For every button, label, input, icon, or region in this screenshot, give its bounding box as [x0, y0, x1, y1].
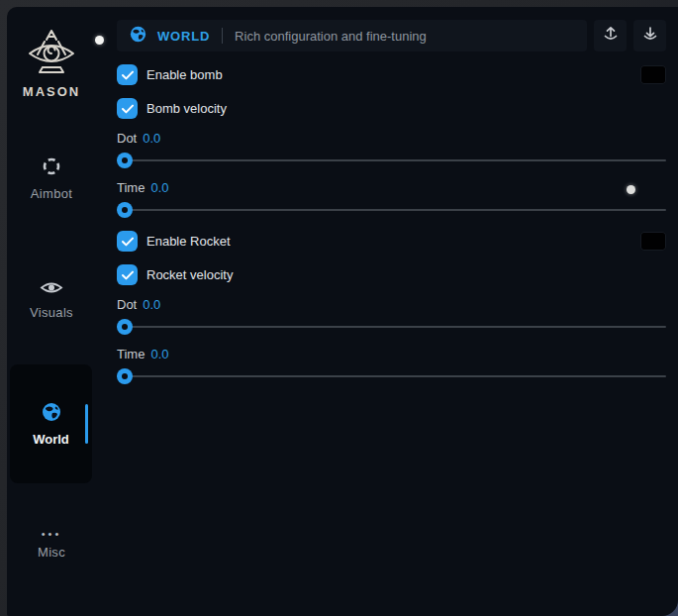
import-config-button[interactable]	[633, 20, 666, 51]
slider-track[interactable]	[117, 209, 666, 211]
bomb-dot-slider[interactable]	[117, 153, 666, 168]
slider-name: Dot	[117, 131, 137, 146]
app-logo: MASON	[7, 28, 96, 99]
sidebar: MASON Aimbot Visuals	[7, 7, 96, 616]
bomb-color-swatch[interactable]	[640, 65, 666, 84]
sidebar-item-label: Aimbot	[31, 186, 72, 201]
slider-track[interactable]	[117, 375, 666, 377]
check-icon	[122, 104, 134, 114]
sidebar-item-world[interactable]: World	[10, 364, 92, 483]
all-seeing-eye-logo-icon	[26, 28, 77, 79]
slider-thumb[interactable]	[117, 202, 133, 218]
slider-value: 0.0	[150, 347, 168, 361]
slider-thumb[interactable]	[117, 319, 133, 335]
globe-icon	[130, 26, 146, 47]
page-header: WORLD Rich configuration and fine-tuning	[117, 20, 666, 51]
slider-thumb[interactable]	[117, 153, 133, 168]
slider-thumb[interactable]	[117, 368, 133, 384]
divider	[222, 28, 223, 44]
slider-label: Dot0.0	[117, 298, 666, 312]
check-icon	[122, 237, 134, 247]
slider-label: Time0.0	[117, 348, 666, 361]
setting-row-bomb-velocity: Bomb velocity	[117, 98, 666, 119]
slider-name: Time	[117, 347, 145, 361]
slider-label: Time0.0	[117, 181, 666, 195]
brand-name: MASON	[23, 84, 80, 99]
setting-row-rocket-velocity: Rocket velocity	[117, 264, 666, 285]
main-content: WORLD Rich configuration and fine-tuning	[117, 20, 666, 397]
rocket-time-slider[interactable]	[117, 368, 666, 384]
title-bar: WORLD Rich configuration and fine-tuning	[117, 20, 587, 51]
slider-name: Dot	[117, 297, 137, 312]
eye-icon	[40, 279, 63, 300]
check-icon	[122, 270, 134, 280]
sidebar-item-visuals[interactable]: Visuals	[7, 279, 96, 320]
setting-row-bomb-time: Time0.0	[117, 181, 666, 218]
slider-name: Time	[117, 180, 145, 195]
download-icon	[641, 25, 659, 47]
setting-row-enable-bomb: Enable bomb	[117, 64, 666, 85]
sidebar-item-label: Misc	[38, 545, 65, 560]
slider-value: 0.0	[143, 131, 160, 146]
page-subtitle: Rich configuration and fine-tuning	[235, 29, 427, 44]
slider-value: 0.0	[143, 297, 160, 312]
sidebar-item-label: Visuals	[30, 305, 73, 320]
checkbox-label: Enable bomb	[146, 67, 223, 82]
checkbox-label: Rocket velocity	[146, 267, 233, 282]
setting-row-enable-rocket: Enable Rocket	[117, 231, 666, 252]
app-window: MASON Aimbot Visuals	[7, 7, 678, 616]
slider-track[interactable]	[117, 326, 666, 328]
setting-row-rocket-time: Time0.0	[117, 348, 666, 384]
enable-rocket-checkbox[interactable]	[117, 231, 138, 252]
checkbox-label: Enable Rocket	[146, 234, 231, 249]
ellipsis-icon: •••	[42, 528, 62, 540]
cursor-dot	[627, 185, 635, 194]
globe-icon	[42, 402, 61, 426]
bomb-time-slider[interactable]	[117, 202, 666, 218]
sidebar-item-label: World	[33, 432, 69, 447]
sidebar-item-aimbot[interactable]: Aimbot	[7, 155, 96, 201]
upload-icon	[602, 25, 620, 47]
slider-value: 0.0	[150, 180, 168, 195]
setting-row-rocket-dot: Dot0.0	[117, 298, 666, 335]
crosshair-icon	[41, 155, 62, 181]
rocket-velocity-checkbox[interactable]	[117, 264, 138, 285]
active-tab-indicator	[85, 404, 88, 444]
cursor-dot	[95, 36, 104, 45]
bomb-velocity-checkbox[interactable]	[117, 98, 138, 119]
check-icon	[122, 70, 134, 80]
slider-track[interactable]	[117, 159, 666, 161]
enable-bomb-checkbox[interactable]	[117, 64, 138, 85]
sidebar-item-misc[interactable]: ••• Misc	[7, 528, 96, 560]
page-title: WORLD	[157, 29, 210, 44]
slider-label: Dot0.0	[117, 132, 666, 146]
rocket-color-swatch[interactable]	[640, 232, 666, 251]
setting-row-bomb-dot: Dot0.0	[117, 132, 666, 168]
rocket-dot-slider[interactable]	[117, 319, 666, 335]
export-config-button[interactable]	[594, 20, 627, 51]
checkbox-label: Bomb velocity	[146, 101, 227, 116]
